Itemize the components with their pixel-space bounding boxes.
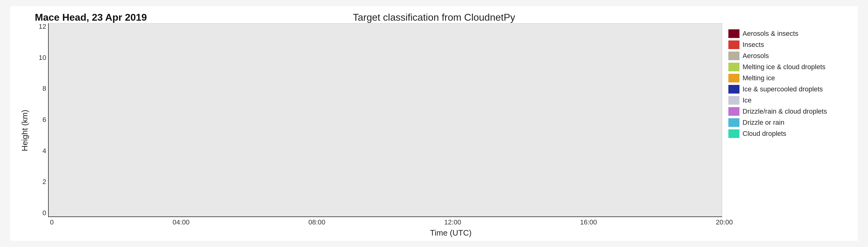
- legend-label-5: Ice & supercooled droplets: [743, 85, 823, 93]
- x-tick-16: 16:00: [580, 218, 597, 226]
- x-tick-0: 0: [50, 218, 54, 226]
- y-axis-label-container: Height (km): [16, 23, 33, 238]
- x-tick-20: 20:00: [716, 218, 733, 226]
- legend-item-2: Aerosols: [728, 52, 848, 60]
- x-tick-08: 08:00: [308, 218, 325, 226]
- legend-label-7: Drizzle/rain & cloud droplets: [743, 107, 827, 115]
- x-axis-label: Time (UTC): [50, 226, 852, 238]
- x-tick-04: 04:00: [173, 218, 190, 226]
- station-title: Mace Head, 23 Apr 2019: [35, 12, 147, 23]
- y-tick-4: 4: [42, 147, 46, 155]
- legend-swatch-0: [728, 29, 740, 38]
- legend-item-6: Ice: [728, 96, 848, 105]
- y-tick-2: 2: [42, 179, 46, 185]
- y-tick-10: 10: [39, 54, 46, 61]
- legend-swatch-5: [728, 85, 740, 93]
- legend-item-3: Melting ice & cloud droplets: [728, 63, 848, 71]
- legend-swatch-2: [728, 52, 740, 60]
- legend-swatch-3: [728, 63, 740, 71]
- legend-item-1: Insects: [728, 40, 848, 49]
- chart-container: Mace Head, 23 Apr 2019 Target classifica…: [10, 6, 858, 241]
- legend-label-4: Melting ice: [743, 74, 775, 82]
- legend-item-5: Ice & supercooled droplets: [728, 85, 848, 93]
- legend-label-0: Aerosols & insects: [743, 30, 798, 38]
- legend-item-0: Aerosols & insects: [728, 29, 848, 38]
- legend-swatch-6: [728, 96, 740, 105]
- legend-swatch-1: [728, 40, 740, 49]
- x-axis-container: 0 04:00 08:00 12:00 16:00 20:00: [50, 217, 852, 226]
- legend-item-4: Melting ice: [728, 74, 848, 82]
- y-tick-0: 0: [42, 210, 46, 216]
- legend-swatch-4: [728, 74, 740, 82]
- legend-label-9: Cloud droplets: [743, 130, 786, 138]
- x-tick-12: 12:00: [444, 218, 461, 226]
- legend-swatch-7: [728, 107, 740, 116]
- legend-item-7: Drizzle/rain & cloud droplets: [728, 107, 848, 116]
- legend-swatch-8: [728, 118, 740, 127]
- y-tick-8: 8: [42, 85, 46, 92]
- legend-swatch-9: [728, 129, 740, 138]
- legend-item-8: Drizzle or rain: [728, 118, 848, 127]
- legend-label-3: Melting ice & cloud droplets: [743, 63, 826, 71]
- data-canvas: [49, 24, 722, 216]
- legend-label-1: Insects: [743, 41, 764, 49]
- legend-item-9: Cloud droplets: [728, 129, 848, 138]
- y-axis-label: Height (km): [20, 110, 30, 151]
- y-tick-6: 6: [42, 116, 46, 123]
- legend-label-6: Ice: [743, 96, 751, 104]
- plot-canvas: [48, 23, 722, 217]
- legend-area: Aerosols & insectsInsectsAerosolsMelting…: [722, 23, 852, 217]
- y-ticks: 12 10 8 6 4 2 0: [33, 23, 48, 217]
- legend-label-8: Drizzle or rain: [743, 118, 784, 127]
- x-ticks: 0 04:00 08:00 12:00 16:00 20:00: [50, 217, 852, 226]
- legend-label-2: Aerosols: [743, 52, 769, 60]
